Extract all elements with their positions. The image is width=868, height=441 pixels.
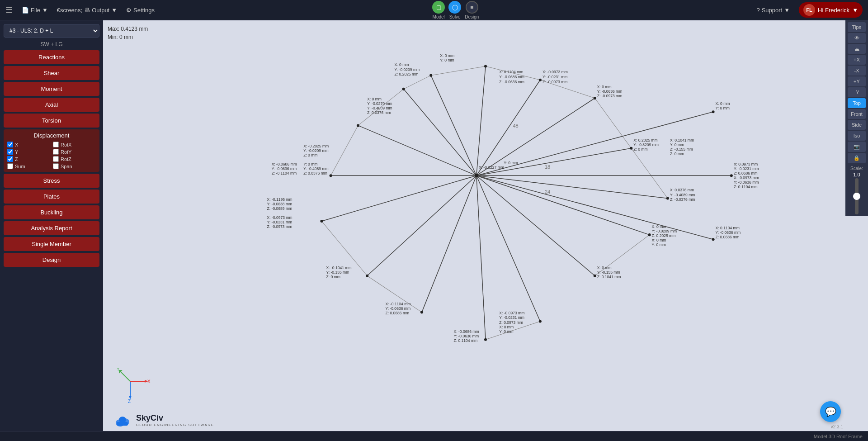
plus-x-button[interactable]: +X <box>848 55 866 65</box>
svg-rect-144 <box>117 422 128 426</box>
svg-point-46 <box>594 97 596 100</box>
svg-line-25 <box>331 125 358 175</box>
load-combo-select[interactable]: #3 - ULS: 2. D + L <box>4 24 99 38</box>
viewport[interactable]: Max: 0.4123 mm Min: 0 mm .struct-line { … <box>103 20 868 431</box>
svg-text:X: 0.1041 mm: X: 0.1041 mm <box>670 138 694 142</box>
svg-point-104 <box>320 220 323 223</box>
skyciv-name: SkyCiv <box>136 413 214 423</box>
svg-line-1 <box>476 66 486 176</box>
minus-x-button[interactable]: -X <box>848 66 866 76</box>
support-button[interactable]: ? Support ▼ <box>756 7 790 14</box>
svg-text:Y: -0.0231 mm: Y: -0.0231 mm <box>267 220 292 224</box>
svg-text:X: -0.1041 mm: X: -0.1041 mm <box>326 266 352 270</box>
checkbox-rotz[interactable]: RotZ <box>53 156 96 162</box>
design-mode-button[interactable]: ■ Design <box>465 1 479 19</box>
svg-text:Z: 0.1104 mm: Z: 0.1104 mm <box>734 185 758 189</box>
checkbox-rotx[interactable]: RotX <box>53 142 96 147</box>
svg-point-39 <box>539 79 542 81</box>
torsion-button[interactable]: Torsion <box>4 114 99 128</box>
skyciv-logo-icon <box>112 413 132 427</box>
reactions-button[interactable]: Reactions <box>4 50 99 64</box>
svg-text:Z: -0.0973 mm: Z: -0.0973 mm <box>597 94 623 98</box>
hamburger-menu[interactable]: ☰ <box>5 5 13 15</box>
model-mode-button[interactable]: ▢ Model <box>432 1 445 19</box>
svg-text:Z: 0 mm: Z: 0 mm <box>633 147 647 152</box>
svg-text:Y: -0.0270 mm: Y: -0.0270 mm <box>367 101 392 106</box>
svg-point-50 <box>630 147 632 150</box>
svg-point-100 <box>366 275 368 277</box>
coordinate-axis: Z X Y <box>117 368 153 404</box>
svg-line-30 <box>476 175 713 239</box>
tips-button[interactable]: Tips <box>848 22 866 32</box>
svg-text:X: 0 mm: X: 0 mm <box>367 97 382 101</box>
screenshot-button[interactable]: 📷 <box>848 142 866 152</box>
svg-text:Y: -0.0686 mm: Y: -0.0686 mm <box>499 75 524 79</box>
svg-text:48: 48 <box>513 123 518 128</box>
svg-line-19 <box>595 98 632 148</box>
skyciv-logo: SkyCiv CLOUD ENGINEERING SOFTWARE <box>112 413 214 427</box>
svg-line-12 <box>321 175 476 221</box>
checkbox-x[interactable]: X <box>7 142 50 147</box>
plates-button[interactable]: Plates <box>4 190 99 204</box>
scale-slider[interactable] <box>855 178 859 214</box>
front-view-button[interactable]: Front <box>848 109 866 119</box>
svg-text:Y: -0.4089 mm: Y: -0.4089 mm <box>367 106 392 110</box>
svg-line-5 <box>476 175 668 198</box>
svg-text:X: 0 mm: X: 0 mm <box>652 224 666 229</box>
output-menu[interactable]: €screens; 🖶 Output ▼ <box>57 7 117 14</box>
settings-menu[interactable]: ⚙ Settings <box>126 7 155 14</box>
svg-text:X: 0 mm: X: 0 mm <box>597 85 612 89</box>
minus-y-button[interactable]: -Y <box>848 87 866 97</box>
svg-text:Z: -0.0689 mm: Z: -0.0689 mm <box>267 206 292 211</box>
scale-label: Scale: <box>850 166 863 171</box>
shear-button[interactable]: Shear <box>4 66 99 80</box>
single-member-button[interactable]: Single Member <box>4 237 99 251</box>
top-view-button[interactable]: Top <box>848 98 866 108</box>
user-menu-button[interactable]: FL Hi Frederick ▼ <box>799 2 863 18</box>
visibility-button[interactable]: 👁 <box>848 33 866 43</box>
file-menu[interactable]: 📄 File ▼ <box>22 7 48 14</box>
lock-button[interactable]: 🔒 <box>848 153 866 163</box>
right-toolbar: Tips 👁 ⛰ +X -X +Y -Y Top Front Side Iso … <box>845 20 868 216</box>
checkbox-sum[interactable]: Sum <box>7 163 50 169</box>
svg-text:Y: 0 mm: Y: 0 mm <box>716 106 730 110</box>
checkbox-roty[interactable]: RotY <box>53 149 96 155</box>
svg-text:Z: -0.0973 mm: Z: -0.0973 mm <box>542 80 568 84</box>
checkbox-z[interactable]: Z <box>7 156 50 162</box>
svg-line-4 <box>476 148 631 175</box>
solve-mode-button[interactable]: ◯ Solve <box>448 1 461 19</box>
svg-point-111 <box>330 174 332 177</box>
design-icon: ■ <box>466 1 478 14</box>
checkbox-span[interactable]: Span <box>53 163 96 169</box>
support-chevron-icon: ▼ <box>784 7 790 14</box>
svg-point-62 <box>730 174 733 177</box>
load-case-label: SW + LG <box>4 40 99 48</box>
svg-line-6 <box>476 175 650 235</box>
svg-text:X: 0 mm: X: 0 mm <box>652 238 666 242</box>
design-button[interactable]: Design <box>4 253 99 267</box>
moment-button[interactable]: Moment <box>4 82 99 96</box>
svg-text:Y: -0.4089 mm: Y: -0.4089 mm <box>303 166 329 171</box>
chat-button[interactable]: 💬 <box>820 401 841 422</box>
svg-text:X: -0.2025 mm: X: -0.2025 mm <box>303 144 329 148</box>
displacement-checkboxes: X RotX Y RotY Z RotZ Sum <box>7 142 96 169</box>
svg-text:Y: -0.0209 mm: Y: -0.0209 mm <box>303 148 329 153</box>
stress-button[interactable]: Stress <box>4 174 99 188</box>
svg-point-32 <box>429 74 432 77</box>
side-view-button[interactable]: Side <box>848 120 866 130</box>
terrain-button[interactable]: ⛰ <box>848 44 866 54</box>
svg-text:Y: 0 mm: Y: 0 mm <box>440 58 454 62</box>
svg-text:Z: 0.1041 mm: Z: 0.1041 mm <box>597 275 621 279</box>
status-bar: Model 3D Roof Frame <box>0 431 868 441</box>
svg-text:24: 24 <box>545 190 550 195</box>
analysis-report-button[interactable]: Analysis Report <box>4 221 99 235</box>
buckling-button[interactable]: Buckling <box>4 205 99 219</box>
file-icon: 📄 <box>22 7 29 14</box>
axial-button[interactable]: Axial <box>4 98 99 112</box>
skyciv-tagline: CLOUD ENGINEERING SOFTWARE <box>136 423 214 427</box>
plus-y-button[interactable]: +Y <box>848 76 866 86</box>
iso-view-button[interactable]: Iso <box>848 131 866 141</box>
svg-text:Z: 0.0973 mm: Z: 0.0973 mm <box>499 320 523 325</box>
svg-line-14 <box>358 125 476 175</box>
checkbox-y[interactable]: Y <box>7 149 50 155</box>
